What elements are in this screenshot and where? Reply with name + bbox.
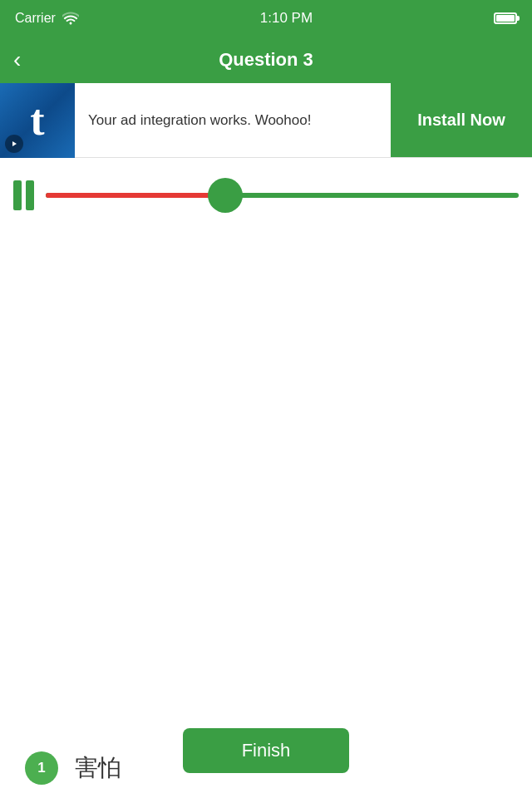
slider-thumb[interactable]	[208, 178, 243, 213]
ad-play-badge	[5, 135, 23, 153]
slider-area	[0, 158, 532, 233]
wifi-icon	[62, 12, 79, 25]
status-bar-left: Carrier	[15, 11, 79, 26]
ad-icon-letter: t	[30, 99, 44, 142]
battery-icon	[494, 12, 517, 24]
finish-area: Finish	[0, 720, 532, 790]
status-bar: Carrier 1:10 PM	[0, 0, 532, 37]
carrier-label: Carrier	[15, 11, 56, 26]
finish-button[interactable]: Finish	[183, 728, 349, 773]
status-bar-right	[494, 12, 517, 24]
svg-marker-0	[12, 141, 17, 146]
nav-bar: ‹ Question 3	[0, 37, 532, 83]
pause-bar-right	[26, 180, 34, 210]
progress-slider[interactable]	[46, 193, 519, 198]
ad-banner: t Your ad integration works. Woohoo! Ins…	[0, 83, 532, 158]
ad-app-icon: t	[0, 83, 75, 158]
install-now-button[interactable]: Install Now	[391, 83, 532, 157]
back-button[interactable]: ‹	[13, 48, 21, 71]
content-area	[0, 233, 532, 732]
time-label: 1:10 PM	[260, 10, 313, 27]
pause-button[interactable]	[13, 180, 34, 210]
ad-text: Your ad integration works. Woohoo!	[75, 83, 391, 157]
pause-bar-left	[13, 180, 22, 210]
slider-track-red	[46, 193, 225, 198]
page-title: Question 3	[219, 49, 313, 71]
